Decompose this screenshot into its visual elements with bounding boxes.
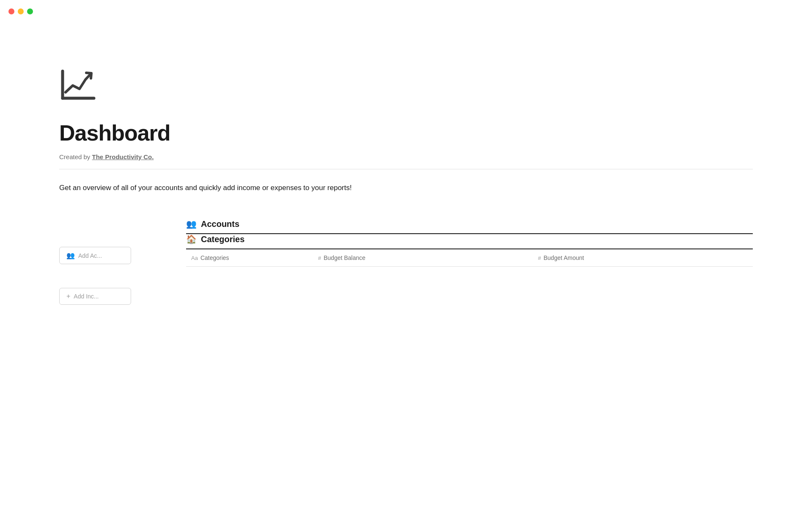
col-icon-aa: Aa	[191, 255, 198, 261]
accounts-sidebar	[59, 219, 186, 234]
add-income-icon: +	[66, 293, 70, 300]
page-title: Dashboard	[59, 120, 753, 146]
page-icon	[59, 68, 753, 103]
col-icon-hash-balance: #	[318, 255, 321, 261]
categories-tab-label[interactable]: Categories	[201, 235, 244, 244]
add-income-button[interactable]: + Add Inc...	[59, 288, 131, 305]
categories-database-section: 👥 Add Ac... + Add Inc... 🏠 Categories Aa	[59, 234, 753, 305]
created-by-prefix: Created by	[59, 153, 92, 160]
accounts-main: 👥 Accounts	[186, 219, 753, 234]
categories-sidebar: 👥 Add Ac... + Add Inc...	[59, 234, 186, 305]
col-header-categories: Aa Categories	[186, 254, 313, 261]
accounts-database-section: 👥 Accounts	[59, 219, 753, 234]
accounts-tab-header: 👥 Accounts	[186, 219, 753, 234]
add-income-label: Add Inc...	[74, 293, 99, 300]
close-button[interactable]	[8, 8, 14, 14]
categories-table-header: Aa Categories # Budget Balance # Budget …	[186, 249, 753, 267]
col-label-budget-balance: Budget Balance	[324, 254, 365, 261]
maximize-button[interactable]	[27, 8, 33, 14]
window-controls	[8, 8, 33, 14]
section-divider	[59, 169, 753, 169]
col-header-budget-balance: # Budget Balance	[313, 254, 533, 261]
created-by-author[interactable]: The Productivity Co.	[92, 153, 154, 160]
col-header-budget-amount: # Budget Amount	[533, 254, 753, 261]
col-label-categories: Categories	[200, 254, 229, 261]
add-account-icon: 👥	[66, 251, 75, 260]
col-label-budget-amount: Budget Amount	[543, 254, 584, 261]
add-account-label: Add Ac...	[78, 252, 102, 259]
categories-main: 🏠 Categories Aa Categories # Budget Bala…	[186, 234, 753, 305]
main-content: Dashboard Created by The Productivity Co…	[0, 0, 812, 347]
col-icon-hash-amount: #	[538, 255, 541, 261]
add-account-button[interactable]: 👥 Add Ac...	[59, 247, 131, 264]
chart-icon	[59, 68, 97, 102]
categories-tab-icon: 🏠	[186, 234, 197, 244]
categories-layout: 👥 Add Ac... + Add Inc... 🏠 Categories Aa	[59, 234, 753, 305]
accounts-tab-icon: 👥	[186, 219, 197, 229]
created-by: Created by The Productivity Co.	[59, 153, 753, 160]
minimize-button[interactable]	[18, 8, 24, 14]
accounts-layout: 👥 Accounts	[59, 219, 753, 234]
accounts-tab-label[interactable]: Accounts	[201, 219, 239, 229]
page-description: Get an overview of all of your accounts …	[59, 182, 753, 193]
categories-tab-header: 🏠 Categories	[186, 234, 753, 249]
